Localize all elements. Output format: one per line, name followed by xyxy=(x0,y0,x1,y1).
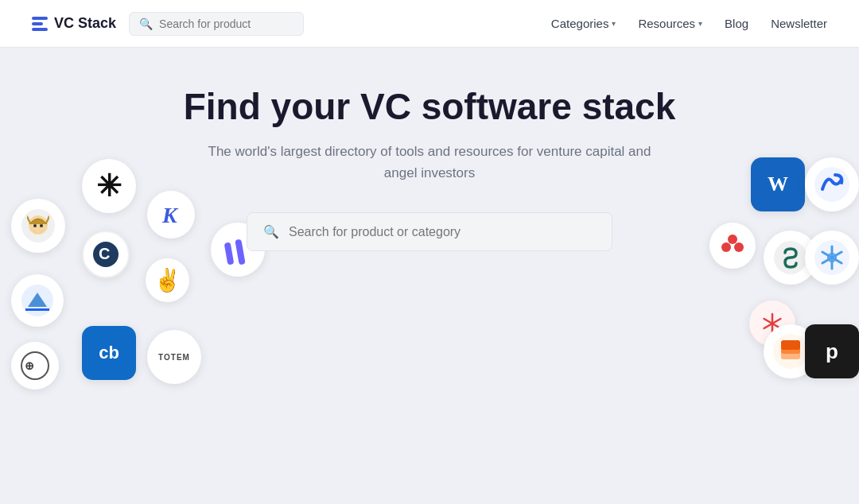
svg-text:C: C xyxy=(99,245,110,262)
svg-rect-8 xyxy=(224,242,235,266)
svg-point-12 xyxy=(814,167,849,202)
hero-subtitle: The world's largest directory of tools a… xyxy=(207,141,652,184)
mountain-icon xyxy=(11,274,64,327)
chevron-down-icon: ▾ xyxy=(612,19,616,28)
totem-icon: TOTEM xyxy=(147,330,201,384)
w-blue-icon: W xyxy=(751,157,805,211)
hero-title: Find your VC software stack xyxy=(184,86,676,128)
dots-red-icon xyxy=(709,223,756,269)
svg-point-10 xyxy=(21,352,49,379)
svg-line-19 xyxy=(822,252,842,263)
asterisk-icon: ✳ xyxy=(82,159,136,213)
viking-icon xyxy=(11,199,65,253)
svg-text:⊕: ⊕ xyxy=(25,359,34,372)
svg-point-3 xyxy=(40,224,43,227)
svg-point-25 xyxy=(773,334,808,369)
navbar-left: VC Stack 🔍 xyxy=(32,12,304,36)
svg-point-17 xyxy=(814,240,849,275)
search-icon: 🔍 xyxy=(263,224,279,239)
svg-rect-28 xyxy=(781,340,800,350)
svg-text:K: K xyxy=(161,203,179,227)
chevron-down-icon: ▾ xyxy=(698,19,702,28)
svg-point-7 xyxy=(21,285,53,316)
p-dark-icon: p xyxy=(805,324,859,378)
svg-point-1 xyxy=(29,215,48,235)
nav-resources[interactable]: Resources ▾ xyxy=(638,17,702,30)
simplenote-icon xyxy=(764,231,818,285)
svg-line-24 xyxy=(764,319,781,328)
k-letter-icon: K xyxy=(147,191,195,238)
svg-line-23 xyxy=(764,319,781,328)
navbar: VC Stack 🔍 Categories ▾ Resources ▾ Blog… xyxy=(0,0,859,48)
svg-point-0 xyxy=(21,209,55,242)
c-dark-icon: C xyxy=(82,231,130,278)
snowflake-red-icon xyxy=(749,300,795,347)
hero-search-bar[interactable]: 🔍 xyxy=(247,212,612,251)
wave-blue-icon xyxy=(805,157,859,211)
nav-search-bar[interactable]: 🔍 xyxy=(129,12,304,36)
nav-search-input[interactable] xyxy=(159,17,293,30)
peace-icon: ✌️ xyxy=(146,258,189,302)
nav-categories[interactable]: Categories ▾ xyxy=(551,17,616,30)
svg-point-21 xyxy=(828,254,836,262)
svg-rect-27 xyxy=(781,344,800,354)
hero-search-input[interactable] xyxy=(289,225,596,239)
snowflake-blue-icon xyxy=(805,231,859,285)
svg-point-2 xyxy=(33,224,37,227)
svg-point-14 xyxy=(734,242,744,252)
hero-section: Find your VC software stack The world's … xyxy=(0,48,859,251)
svg-line-20 xyxy=(822,252,842,263)
navbar-right: Categories ▾ Resources ▾ Blog Newsletter xyxy=(551,17,827,30)
svg-point-13 xyxy=(721,242,731,252)
nav-newsletter[interactable]: Newsletter xyxy=(771,17,827,30)
nav-blog[interactable]: Blog xyxy=(725,17,748,30)
rp-circle-icon: ⊕ xyxy=(11,342,59,390)
crunchbase-icon: cb xyxy=(82,326,136,380)
logo[interactable]: VC Stack xyxy=(32,15,116,32)
svg-point-5 xyxy=(93,242,119,267)
svg-point-16 xyxy=(774,241,807,274)
logo-text: VC Stack xyxy=(54,15,116,32)
svg-rect-26 xyxy=(781,348,800,359)
search-icon: 🔍 xyxy=(139,17,153,30)
logo-icon xyxy=(32,17,48,31)
svg-rect-9 xyxy=(235,239,245,266)
svg-point-15 xyxy=(728,235,737,244)
layers-orange-icon xyxy=(764,324,818,378)
